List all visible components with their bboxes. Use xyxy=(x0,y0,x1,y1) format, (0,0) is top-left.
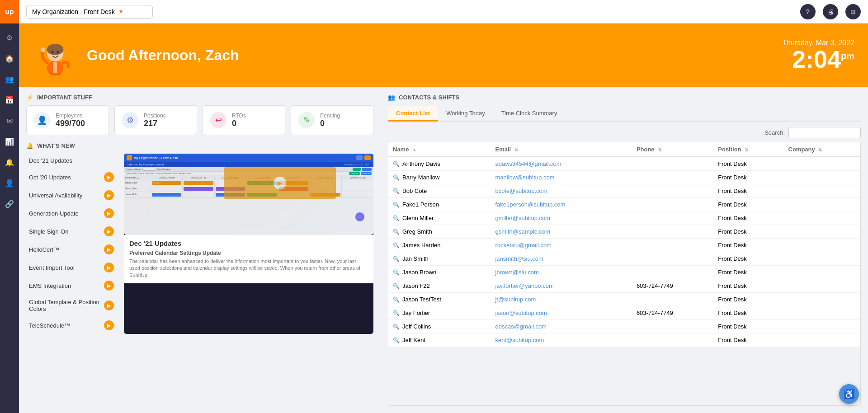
col-header-name[interactable]: Name ▲ xyxy=(388,142,491,157)
stat-card-pending[interactable]: ✎ Pending 0 xyxy=(291,105,373,135)
table-row[interactable]: 🔍Greg Smith gsmith@sample.com Front Desk xyxy=(388,225,860,239)
contact-email: jason@subitup.com xyxy=(491,306,632,320)
contacts-table-wrapper[interactable]: Name ▲ Email ⇅ Phone ⇅ Position ⇅ Compan… xyxy=(388,142,861,406)
whats-new-arrow-universal[interactable]: ▶ xyxy=(104,190,114,200)
whats-new-item-hellocert[interactable]: HelloCert™ ▶ xyxy=(26,241,117,258)
contact-phone xyxy=(632,198,713,211)
whats-new-arrow-oct20[interactable]: ▶ xyxy=(104,172,114,182)
video-title: Dec '21 Updates xyxy=(129,239,368,247)
table-row[interactable]: 🔍Jason TestTest jt@subitup.com Front Des… xyxy=(388,293,860,306)
whats-new-item-teleschedule[interactable]: TeleSchedule™ ▶ xyxy=(26,317,117,334)
contact-company xyxy=(784,171,861,184)
col-header-position[interactable]: Position ⇅ xyxy=(713,142,783,157)
sidebar-icon-settings[interactable]: ⚙ xyxy=(0,28,19,47)
help-icon[interactable]: ? xyxy=(800,4,816,19)
contact-phone xyxy=(632,171,713,184)
table-row[interactable]: 🔍James Harden rocketsiu@gmail.com Front … xyxy=(388,239,860,252)
table-row[interactable]: 🔍Jeff Kent kent@subitup.com Front Desk xyxy=(388,333,860,347)
contact-position: Front Desk xyxy=(713,306,783,320)
contact-name: 🔍Jason F22 xyxy=(388,279,491,293)
stat-card-positions[interactable]: ⚙ Positions 217 xyxy=(114,105,197,135)
whats-new-item-event-import[interactable]: Event Import Tool ▶ xyxy=(26,259,117,276)
sidebar-icon-calendar[interactable]: 📅 xyxy=(0,90,19,109)
table-row[interactable]: 🔍Glenn Miller gmiller@subitup.com Front … xyxy=(388,211,860,225)
whats-new-arrow-hellocert[interactable]: ▶ xyxy=(104,244,114,254)
email-link[interactable]: jansmith@siu.com xyxy=(495,255,543,262)
whats-new-item-sso[interactable]: Single Sign-On ▶ xyxy=(26,223,117,240)
employees-value: 499/700 xyxy=(56,119,85,128)
contact-email: jbrown@siu.com xyxy=(491,266,632,279)
contact-email: adavis34544@gmail.com xyxy=(491,157,632,171)
whats-new-item-global-template[interactable]: Global Template & Position Colors ▶ xyxy=(26,295,117,316)
contact-name: 🔍Jason Brown xyxy=(388,266,491,279)
search-input[interactable] xyxy=(788,127,861,138)
contact-company xyxy=(784,279,861,293)
grid-icon[interactable]: ⊞ xyxy=(845,4,861,19)
tab-contact-list[interactable]: Contact List xyxy=(388,106,438,122)
email-link[interactable]: jt@subitup.com xyxy=(495,296,536,303)
table-row[interactable]: 🔍Barry Manilow manilow@subitup.com Front… xyxy=(388,171,860,184)
sidebar-logo[interactable]: up xyxy=(0,0,19,23)
contact-position: Front Desk xyxy=(713,252,783,266)
email-link[interactable]: gmiller@subitup.com xyxy=(495,215,550,221)
email-link[interactable]: ddscas@gmail.com xyxy=(495,323,547,330)
pending-value: 0 xyxy=(320,119,340,128)
tab-working-today[interactable]: Working Today xyxy=(438,106,493,122)
whats-new-arrow-teleschedule[interactable]: ▶ xyxy=(104,320,114,330)
whats-new-arrow-global-template[interactable]: ▶ xyxy=(104,300,114,310)
org-selector[interactable]: My Organization - Front Desk ▼ xyxy=(26,5,153,19)
contact-position: Front Desk xyxy=(713,333,783,347)
stat-card-employees[interactable]: 👤 Employees 499/700 xyxy=(26,105,109,135)
col-header-phone[interactable]: Phone ⇅ xyxy=(632,142,713,157)
email-link[interactable]: jbrown@siu.com xyxy=(495,269,538,276)
table-row[interactable]: 🔍Jan Smith jansmith@siu.com Front Desk xyxy=(388,252,860,266)
whats-new-item-universal[interactable]: Universal Availability ▶ xyxy=(26,187,117,204)
sidebar-icon-people[interactable]: 👥 xyxy=(0,70,19,89)
print-icon[interactable]: 🖨 xyxy=(823,4,838,19)
contact-phone xyxy=(632,211,713,225)
contact-email: jay.fortier@yahoo.com xyxy=(491,279,632,293)
sidebar-icon-user[interactable]: 👤 xyxy=(0,174,19,192)
whats-new-arrow-ems[interactable]: ▶ xyxy=(104,281,114,291)
search-person-icon: 🔍 xyxy=(393,337,400,343)
whats-new-item-ems[interactable]: EMS Integration ▶ xyxy=(26,277,117,294)
whats-new-item-dec21[interactable]: Dec '21 Updates xyxy=(26,154,117,168)
whats-new-item-generation[interactable]: Generation Update ▶ xyxy=(26,205,117,222)
accessibility-button[interactable]: ♿ xyxy=(839,384,859,404)
table-row[interactable]: 🔍Fake1 Person fake1person@subitup.com Fr… xyxy=(388,198,860,211)
stat-card-rtos[interactable]: ↩ RTOs 0 xyxy=(203,105,285,135)
contact-phone: 603-724-7749 xyxy=(632,306,713,320)
email-link[interactable]: rocketsiu@gmail.com xyxy=(495,242,551,249)
col-header-email[interactable]: Email ⇅ xyxy=(491,142,632,157)
table-row[interactable]: 🔍Bob Cote bcote@subitup.com Front Desk xyxy=(388,184,860,198)
positions-value: 217 xyxy=(144,119,166,128)
table-row[interactable]: 🔍Jeff Collins ddscas@gmail.com Front Des… xyxy=(388,320,860,333)
search-row: Search: xyxy=(388,127,861,138)
table-row[interactable]: 🔍Anthony Davis adavis34544@gmail.com Fro… xyxy=(388,157,860,171)
table-row[interactable]: 🔍Jay Fortier jason@subitup.com 603-724-7… xyxy=(388,306,860,320)
email-link[interactable]: kent@subitup.com xyxy=(495,337,544,343)
email-link[interactable]: bcote@subitup.com xyxy=(495,188,547,194)
table-row[interactable]: 🔍Jason F22 jay.fortier@yahoo.com 603-724… xyxy=(388,279,860,293)
sidebar-icon-mail[interactable]: ✉ xyxy=(0,111,19,130)
sidebar-icon-bell[interactable]: 🔔 xyxy=(0,153,19,172)
email-link[interactable]: fake1person@subitup.com xyxy=(495,201,565,208)
whats-new-arrow-generation[interactable]: ▶ xyxy=(104,208,114,218)
email-link[interactable]: adavis34544@gmail.com xyxy=(495,160,561,167)
tab-time-clock-summary[interactable]: Time Clock Summary xyxy=(493,106,566,122)
whats-new-arrow-event-import[interactable]: ▶ xyxy=(104,263,114,272)
table-row[interactable]: 🔍Jason Brown jbrown@siu.com Front Desk xyxy=(388,266,860,279)
whats-new-arrow-sso[interactable]: ▶ xyxy=(104,226,114,236)
sidebar-icon-link[interactable]: 🔗 xyxy=(0,194,19,213)
col-header-company[interactable]: Company ⇅ xyxy=(784,142,861,157)
email-link[interactable]: jason@subitup.com xyxy=(495,310,547,316)
hero-greeting: Good Afternoon, Zach xyxy=(87,47,239,64)
sidebar-icon-home[interactable]: 🏠 xyxy=(0,49,19,68)
email-link[interactable]: jay.fortier@yahoo.com xyxy=(495,282,553,289)
video-text: The calendar has been enhanced to delive… xyxy=(129,258,368,279)
contact-company xyxy=(784,225,861,239)
email-link[interactable]: manilow@subitup.com xyxy=(495,174,554,181)
whats-new-item-oct20[interactable]: Oct '20 Updates ▶ xyxy=(26,169,117,186)
email-link[interactable]: gsmith@sample.com xyxy=(495,228,550,235)
sidebar-icon-chart[interactable]: 📊 xyxy=(0,132,19,151)
